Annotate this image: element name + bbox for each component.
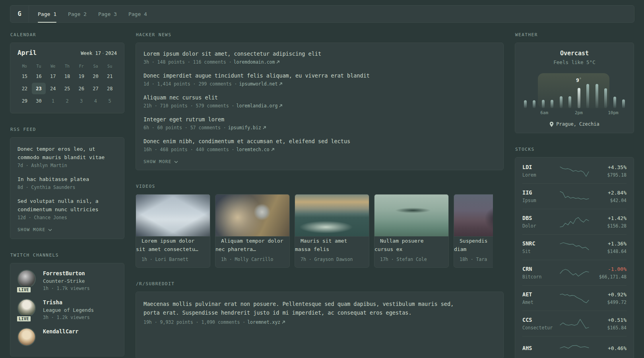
stocks-widget: STOCKS LDI Lorem +4.35% $795.18	[515, 147, 634, 358]
chevron-down-icon	[174, 161, 178, 163]
hn-domain-link[interactable]: loremtech.co	[236, 147, 274, 152]
video-title[interactable]: Nullam posuere cursus ex	[374, 233, 424, 252]
video-title[interactable]: Mauris sit amet massa felis	[295, 233, 347, 252]
channel-name[interactable]: Trisha	[43, 299, 94, 305]
twitch-section-label: TWITCH CHANNELS	[10, 253, 124, 258]
stock-row[interactable]: DBS Dolor +1.42% $156.28	[522, 209, 627, 234]
avatar	[17, 270, 36, 288]
hn-domain-link[interactable]: ipsumify.biz	[228, 125, 266, 130]
stock-row[interactable]: IIG Ipsum +2.84% $42.04	[522, 183, 627, 209]
video-thumbnail[interactable]	[136, 195, 210, 237]
dashboard: CALENDAR April Week 17·2024 MoTuWeThFrSa…	[10, 32, 634, 358]
rss-item: Donec tempor eros leo, ut commodo mauris…	[17, 145, 117, 168]
stock-price: $499.72	[589, 300, 627, 305]
stock-change: -1.00%	[589, 266, 627, 272]
hn-domain-link[interactable]: ipsumworld.net	[239, 81, 282, 87]
hn-item: Lorem ipsum dolor sit amet, consectetur …	[144, 50, 496, 65]
calendar-day: 24	[46, 83, 60, 94]
stock-sparkline	[560, 241, 589, 253]
video-thumbnail[interactable]	[374, 195, 448, 237]
calendar-card: April Week 17·2024 MoTuWeThFrSaSu 151617…	[10, 43, 124, 113]
video-title[interactable]: Suspendis diam	[454, 233, 487, 252]
weekday-label: We	[46, 64, 60, 68]
channel-info: ForrestBurton Counter-Strike 1h · 1.7k v…	[43, 270, 90, 291]
channel-info: KendallCarr	[43, 328, 78, 346]
hackernews-widget: HACKER NEWS Lorem ipsum dolor sit amet, …	[136, 32, 504, 170]
video-card[interactable]: Lorem ipsum dolor sit amet consectetu… 1…	[136, 194, 210, 268]
hn-title-link[interactable]: Donec imperdiet augue tincidunt felis al…	[144, 72, 496, 80]
hackernews-section-label: HACKER NEWS	[136, 32, 504, 37]
top-nav: G Page 1Page 2Page 3Page 4	[10, 5, 634, 23]
twitch-channel[interactable]: LIVE ForrestBurton Counter-Strike 1h · 1…	[17, 270, 117, 291]
hn-title-link[interactable]: Donec enim nibh, condimentum et accumsan…	[144, 137, 496, 145]
nav-tab[interactable]: Page 2	[68, 6, 87, 22]
calendar-day: 26	[74, 83, 89, 94]
rss-show-more-button[interactable]: SHOW MORE	[17, 227, 52, 232]
stock-change: +1.36%	[589, 241, 627, 247]
weather-bar	[542, 100, 545, 108]
stock-row[interactable]: LDI Lorem +4.35% $795.18	[522, 158, 627, 183]
calendar-day: 25	[60, 83, 74, 94]
stocks-card: LDI Lorem +4.35% $795.18 IIG Ipsum	[515, 157, 634, 358]
video-thumbnail[interactable]	[215, 195, 289, 237]
stock-row[interactable]: AET Amet +0.92% $499.72	[522, 285, 627, 311]
channel-name[interactable]: ForrestBurton	[43, 270, 90, 276]
calendar-day: 18	[60, 70, 74, 82]
stock-row[interactable]: AHS +0.46%	[522, 336, 627, 358]
video-card[interactable]: Nullam posuere cursus ex 17h · Stefan Co…	[374, 194, 449, 268]
calendar-day: 2	[60, 95, 74, 107]
stock-ticker: AET	[522, 291, 560, 298]
external-link-icon	[276, 60, 279, 64]
hn-domain-link[interactable]: loremdomain.com	[234, 59, 280, 65]
nav-tab[interactable]: Page 3	[98, 6, 117, 22]
rss-item-meta: 7d · Ashlyn Martin	[17, 163, 117, 168]
hn-show-more-button[interactable]: SHOW MORE	[144, 159, 178, 164]
stock-values: +1.42% $156.28	[589, 215, 627, 229]
hn-meta-text: 16h · 468 points · 440 comments ·	[144, 147, 234, 152]
calendar-widget: CALENDAR April Week 17·2024 MoTuWeThFrSa…	[10, 32, 124, 113]
stock-row[interactable]: CCS Consectetur +0.51% $165.84	[522, 311, 627, 336]
hn-meta-row: 3h · 148 points · 116 comments · loremdo…	[144, 59, 496, 65]
nav-tab[interactable]: Page 4	[128, 6, 147, 22]
subreddit-domain-link[interactable]: loremnet.xyz	[247, 319, 285, 325]
channel-name[interactable]: KendallCarr	[43, 328, 78, 335]
weekday-label: Tu	[32, 64, 46, 68]
hn-title-link[interactable]: Lorem ipsum dolor sit amet, consectetur …	[144, 50, 496, 58]
weather-section-label: WEATHER	[515, 32, 634, 37]
video-card[interactable]: Aliquam tempor dolor nec pharetra… 1h · …	[215, 194, 290, 268]
twitch-channel[interactable]: KendallCarr	[17, 328, 117, 346]
video-thumbnail[interactable]	[454, 195, 493, 237]
stock-id: DBS Dolor	[522, 215, 560, 229]
rss-item-title[interactable]: Donec tempor eros leo, ut commodo mauris…	[17, 145, 117, 161]
hn-title-link[interactable]: Aliquam nec cursus elit	[144, 93, 496, 101]
calendar-day: 28	[103, 83, 117, 94]
video-card[interactable]: Suspendis diam 18h · Tara	[454, 194, 493, 268]
video-card[interactable]: Mauris sit amet massa felis 7h · Grayson…	[295, 194, 369, 268]
subreddit-widget: /R/SUBREDDIT Maecenas mollis pulvinar er…	[136, 281, 504, 358]
stock-price: $165.84	[589, 325, 627, 331]
video-meta: 1h · Lori Barnett	[136, 253, 210, 267]
stock-row[interactable]: CRN Bitcorn -1.00% $66,171.48	[522, 260, 627, 285]
twitch-channel[interactable]: LIVE Trisha League of Legends 3h · 1.2k …	[17, 299, 117, 320]
video-title[interactable]: Lorem ipsum dolor sit amet consectetu…	[136, 233, 204, 252]
hn-domain: ipsumworld.net	[239, 81, 277, 87]
rss-item-title[interactable]: In hac habitasse platea	[17, 175, 117, 183]
rss-item-title[interactable]: Sed volutpat nulla nisl, a condimentum n…	[17, 197, 117, 214]
hn-title-link[interactable]: Integer eget rutrum lorem	[144, 115, 496, 123]
stock-price: $148.64	[589, 249, 627, 254]
rss-item: Sed volutpat nulla nisl, a condimentum n…	[17, 197, 117, 220]
video-title[interactable]: Aliquam tempor dolor nec pharetra…	[215, 233, 283, 252]
hn-meta-row: 21h · 710 points · 579 comments · loreml…	[144, 103, 496, 109]
stock-row[interactable]: SNRC Sit +1.36% $148.64	[522, 234, 627, 260]
external-link-icon	[271, 148, 274, 151]
weekday-label: Sa	[89, 64, 103, 68]
video-thumbnail[interactable]	[295, 195, 369, 237]
hn-meta-row: 6h · 60 points · 57 comments · ipsumify.…	[144, 125, 496, 130]
subreddit-post-title[interactable]: Maecenas mollis pulvinar erat non posuer…	[144, 300, 496, 317]
hn-domain-link[interactable]: loremlandia.org	[236, 103, 282, 109]
calendar-day: 19	[74, 70, 89, 82]
weather-bar	[551, 100, 553, 108]
stock-ticker: SNRC	[522, 240, 560, 247]
rss-section-label: RSS FEED	[10, 127, 124, 132]
nav-tab[interactable]: Page 1	[38, 6, 56, 22]
